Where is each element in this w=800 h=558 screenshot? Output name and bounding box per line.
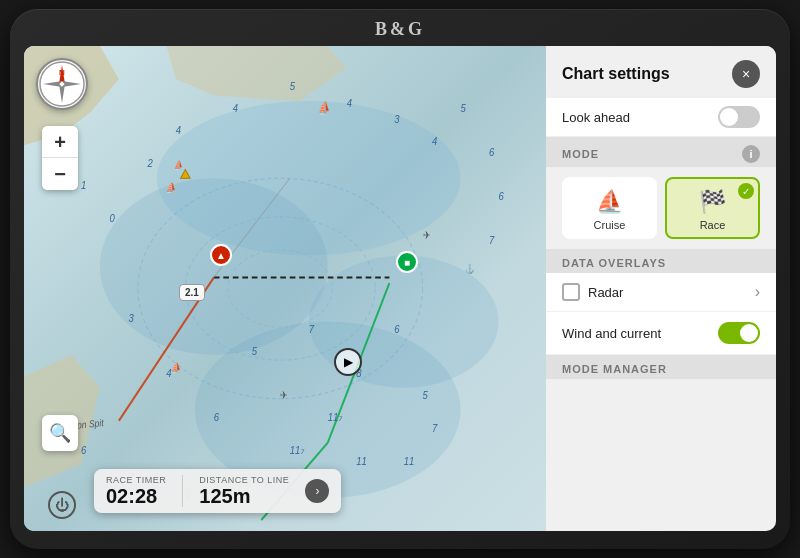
radar-label: Radar <box>588 285 623 300</box>
look-ahead-toggle[interactable] <box>718 106 760 128</box>
map-area: 1 0 2 4 4 5 4 3 4 5 6 6 7 3 4 6 5 7 8 6 <box>24 46 546 531</box>
wind-current-row: Wind and current <box>546 312 776 354</box>
search-button[interactable]: 🔍 <box>42 415 78 451</box>
svg-text:6: 6 <box>81 444 87 456</box>
svg-text:6: 6 <box>489 147 495 159</box>
timer-bar: Race timer 02:28 Distance to line 125m › <box>94 469 341 513</box>
svg-text:5: 5 <box>252 345 258 357</box>
svg-text:4: 4 <box>176 125 182 137</box>
svg-text:3: 3 <box>394 114 400 126</box>
radar-row[interactable]: Radar › <box>546 273 776 311</box>
timer-divider <box>182 475 183 507</box>
svg-text:6: 6 <box>499 191 505 203</box>
timer-arrow-button[interactable]: › <box>305 479 329 503</box>
cruise-mode-card[interactable]: ⛵ Cruise <box>562 177 657 239</box>
svg-text:11: 11 <box>404 455 415 467</box>
waypoint-marker: ▶ <box>334 348 362 376</box>
race-check-icon: ✓ <box>738 183 754 199</box>
mode-section-title: MODE <box>562 148 599 160</box>
look-ahead-label: Look ahead <box>562 110 630 125</box>
svg-text:⛵: ⛵ <box>171 362 182 375</box>
race-icon: 🏁 <box>699 189 726 215</box>
svg-text:4: 4 <box>233 102 239 114</box>
svg-text:N: N <box>59 68 65 77</box>
svg-text:6: 6 <box>214 411 220 423</box>
settings-panel: Chart settings × Look ahead MODE i ⛵ Cru… <box>546 46 776 531</box>
svg-text:7: 7 <box>489 235 495 247</box>
svg-text:⛵: ⛵ <box>174 160 184 172</box>
mode-manager-title: MODE MANAGER <box>562 363 667 375</box>
brand-label: B&G <box>375 19 425 40</box>
svg-text:5: 5 <box>461 102 467 114</box>
zoom-in-button[interactable]: + <box>42 126 78 158</box>
mode-section-header: MODE i <box>546 137 776 167</box>
svg-text:4: 4 <box>347 97 353 109</box>
data-overlays-title: DATA OVERLAYS <box>562 257 666 269</box>
cruise-label: Cruise <box>594 219 626 231</box>
svg-text:1: 1 <box>81 180 86 192</box>
mode-manager-header: MODE MANAGER <box>546 355 776 379</box>
wind-current-toggle[interactable] <box>718 322 760 344</box>
race-label: Race <box>700 219 726 231</box>
power-button[interactable]: ⏻ <box>48 491 76 519</box>
wind-current-label: Wind and current <box>562 326 661 341</box>
race-timer-value: 02:28 <box>106 485 166 507</box>
radar-checkbox[interactable] <box>562 283 580 301</box>
svg-text:11₇: 11₇ <box>328 411 343 423</box>
device: B&G <box>10 9 790 549</box>
svg-text:✈: ✈ <box>280 389 287 401</box>
distance-section: Distance to line 125m <box>199 475 289 507</box>
svg-text:5: 5 <box>423 389 429 401</box>
buoy-red-marker[interactable]: ▲ <box>210 244 232 266</box>
svg-text:11₇: 11₇ <box>290 444 305 456</box>
distance-value: 125m <box>199 485 289 507</box>
distance-label: Distance to line <box>199 475 289 485</box>
svg-text:⛵: ⛵ <box>166 182 177 195</box>
chart-svg: 1 0 2 4 4 5 4 3 4 5 6 6 7 3 4 6 5 7 8 6 <box>24 46 546 531</box>
mode-info-icon[interactable]: i <box>742 145 760 163</box>
radar-left: Radar <box>562 283 623 301</box>
panel-header: Chart settings × <box>546 46 776 98</box>
svg-text:⚓: ⚓ <box>465 263 475 275</box>
svg-text:✈: ✈ <box>423 229 430 241</box>
race-mode-card[interactable]: ✓ 🏁 Race <box>665 177 760 239</box>
zoom-out-button[interactable]: − <box>42 158 78 190</box>
svg-text:2: 2 <box>146 158 152 170</box>
mode-cards: ⛵ Cruise ✓ 🏁 Race <box>546 167 776 249</box>
svg-text:3: 3 <box>128 312 134 324</box>
look-ahead-row: Look ahead <box>546 98 776 136</box>
panel-title: Chart settings <box>562 65 670 83</box>
race-timer-label: Race timer <box>106 475 166 485</box>
svg-text:6: 6 <box>394 323 400 335</box>
screen: 1 0 2 4 4 5 4 3 4 5 6 6 7 3 4 6 5 7 8 6 <box>24 46 776 531</box>
race-timer-section: Race timer 02:28 <box>106 475 166 507</box>
radar-chevron-icon: › <box>755 283 760 301</box>
compass-rose: N <box>36 58 88 110</box>
cruise-icon: ⛵ <box>596 189 623 215</box>
close-button[interactable]: × <box>732 60 760 88</box>
buoy-green-marker[interactable]: ■ <box>396 251 418 273</box>
svg-text:⛵: ⛵ <box>318 100 332 115</box>
svg-text:11: 11 <box>356 455 367 467</box>
svg-text:0: 0 <box>109 213 115 225</box>
data-overlays-header: DATA OVERLAYS <box>546 249 776 273</box>
svg-text:4: 4 <box>432 136 438 148</box>
speed-badge: 2.1 <box>179 284 205 301</box>
svg-text:5: 5 <box>290 80 296 92</box>
zoom-controls: + − <box>42 126 78 190</box>
